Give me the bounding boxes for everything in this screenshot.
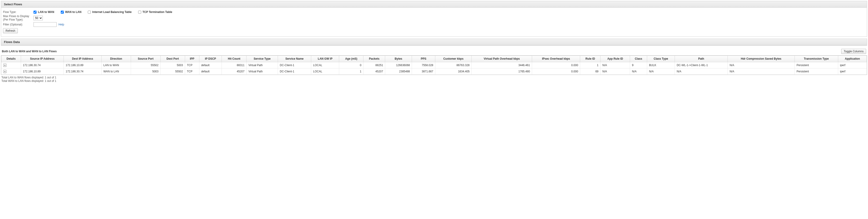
col-header-13[interactable]: Packets — [364, 56, 385, 62]
cell-dst_ip: 172.186.10.89 — [64, 62, 101, 68]
cell-ipsec_oh: 0.000 — [532, 62, 580, 68]
toggle-columns-button[interactable]: Toggle Columns — [841, 49, 866, 54]
col-header-25[interactable]: Transmission Type — [795, 56, 838, 62]
col-header-23[interactable]: Path — [675, 56, 727, 62]
flow-type-checkbox-input-2[interactable] — [88, 11, 91, 13]
col-header-11[interactable]: LAN GW IP — [311, 56, 339, 62]
col-header-15[interactable]: PPS — [412, 56, 435, 62]
cell-rule_id: 1 — [580, 62, 600, 68]
cell-svc_type: Virtual Path — [247, 68, 278, 75]
col-header-5[interactable]: Dest Port — [160, 56, 185, 62]
table-row: +172.186.10.89172.186.30.74WAN to LAN500… — [1, 68, 867, 75]
cell-dst_port: 55502 — [160, 68, 185, 75]
cell-class_type: N/A — [647, 68, 675, 75]
cell-bytes: 126636068 — [385, 62, 412, 68]
col-header-18[interactable]: IPsec Overhead kbps — [532, 56, 580, 62]
col-header-14[interactable]: Bytes — [385, 56, 412, 62]
flows-table-wrap[interactable]: DetailsSource IP AddressDest IP AddressD… — [1, 55, 867, 75]
flow-type-checkbox-input-3[interactable] — [138, 11, 141, 13]
cell-tx_type: Persistent — [795, 62, 838, 68]
expand-row-button[interactable]: + — [3, 70, 6, 73]
col-header-22[interactable]: Class Type — [647, 56, 675, 62]
cell-hdr_comp: N/A — [727, 62, 795, 68]
refresh-row: Refresh — [3, 28, 865, 33]
col-header-20[interactable]: App Rule ID — [600, 56, 630, 62]
flow-type-checkbox-1[interactable]: WAN to LAN — [61, 10, 82, 13]
cell-dscp: default — [199, 62, 222, 68]
cell-path: DC-WL-1->Client-1-WL-1 — [675, 62, 727, 68]
table-header-row: DetailsSource IP AddressDest IP AddressD… — [1, 56, 867, 62]
cell-app_rule: N/A — [600, 62, 630, 68]
col-header-6[interactable]: IPP — [185, 56, 199, 62]
col-header-3[interactable]: Direction — [101, 56, 131, 62]
flow-type-checkbox-3[interactable]: TCP Termination Table — [138, 10, 172, 13]
flow-type-checkbox-input-0[interactable] — [33, 11, 36, 13]
cell-src_port: 55502 — [131, 62, 160, 68]
col-header-7[interactable]: IP DSCP — [199, 56, 222, 62]
cell-ipp: TCP — [185, 62, 199, 68]
cell-svc_type: Virtual Path — [247, 62, 278, 68]
cell-path: N/A — [675, 68, 727, 75]
col-header-21[interactable]: Class — [630, 56, 647, 62]
cell-packets: 88251 — [364, 62, 385, 68]
col-header-8[interactable]: Hit Count — [222, 56, 247, 62]
cell-tx_type: Persistent — [795, 68, 838, 75]
select-flows-panel: Select Flows Flow Type: LAN to WANWAN to… — [1, 1, 867, 37]
flow-type-checkbox-label-2: Internet Load Balancing Table — [92, 10, 131, 13]
cell-app: iperf — [838, 62, 867, 68]
col-header-19[interactable]: Rule ID — [580, 56, 600, 62]
filter-input[interactable] — [33, 22, 57, 27]
flow-type-checkbox-label-1: WAN to LAN — [65, 10, 82, 13]
filter-label: Filter (Optional): — [3, 23, 32, 26]
flows-table: DetailsSource IP AddressDest IP AddressD… — [1, 55, 867, 75]
cell-app_rule: N/A — [600, 68, 630, 75]
col-header-16[interactable]: Customer kbps — [435, 56, 471, 62]
cell-ipp: TCP — [185, 68, 199, 75]
col-header-24[interactable]: Hdr Compression Saved Bytes — [727, 56, 795, 62]
cell-lan_gw: LOCAL — [311, 62, 339, 68]
cell-src_ip: 172.186.30.74 — [21, 62, 64, 68]
max-flows-select[interactable]: 50 — [33, 16, 43, 20]
col-header-9[interactable]: Service Type — [247, 56, 278, 62]
flows-caption-row: Both LAN to WAN and WAN to LAN Flows Tog… — [1, 47, 867, 55]
flow-type-checkbox-label-0: LAN to WAN — [38, 10, 54, 13]
col-header-10[interactable]: Service Name — [278, 56, 311, 62]
col-header-2[interactable]: Dest IP Address — [64, 56, 101, 62]
cell-cust_kbps: 86763.328 — [435, 62, 471, 68]
col-header-4[interactable]: Source Port — [131, 56, 160, 62]
flow-type-checkbox-0[interactable]: LAN to WAN — [33, 10, 54, 13]
expand-row-button[interactable]: + — [3, 63, 6, 67]
cell-src_port: 5003 — [131, 68, 160, 75]
cell-ipsec_oh: 0.000 — [532, 68, 580, 75]
flows-data-header: Flows Data — [1, 39, 867, 45]
cell-hit: 88311 — [222, 62, 247, 68]
cell-svc_name: DC-Client-1 — [278, 62, 311, 68]
cell-direction: WAN to LAN — [101, 68, 131, 75]
cell-cust_kbps: 1634.405 — [435, 68, 471, 75]
cell-rule_id: 69 — [580, 68, 600, 75]
flow-type-checkbox-2[interactable]: Internet Load Balancing Table — [88, 10, 131, 13]
col-header-12[interactable]: Age (mS) — [339, 56, 364, 62]
max-flows-row: Max Flows to Display (Per Flow Type): 50 — [3, 15, 865, 21]
col-header-1[interactable]: Source IP Address — [21, 56, 64, 62]
cell-packets: 45207 — [364, 68, 385, 75]
col-header-26[interactable]: Application — [838, 56, 867, 62]
col-header-0[interactable]: Details — [1, 56, 21, 62]
flow-type-checkbox-group: LAN to WANWAN to LANInternet Load Balanc… — [33, 10, 172, 13]
cell-dscp: default — [199, 68, 222, 75]
flows-data-panel: Flows Data — [1, 38, 867, 46]
col-header-17[interactable]: Virtual Path Overhead kbps — [471, 56, 532, 62]
cell-dst_port: 5003 — [160, 62, 185, 68]
select-flows-header: Select Flows — [1, 1, 867, 8]
footer-notes: Total LAN to WAN flows displayed: 1 out … — [1, 75, 867, 83]
refresh-button[interactable]: Refresh — [3, 28, 18, 33]
flows-caption: Both LAN to WAN and WAN to LAN Flows — [2, 50, 57, 53]
cell-lan_gw: LOCAL — [311, 68, 339, 75]
help-link[interactable]: Help — [58, 23, 64, 26]
cell-age: 0 — [339, 62, 364, 68]
max-flows-label: Max Flows to Display (Per Flow Type): — [3, 15, 32, 21]
cell-pps: 7558.028 — [412, 62, 435, 68]
cell-_expand: + — [1, 62, 21, 68]
flow-type-checkbox-input-1[interactable] — [61, 11, 64, 13]
cell-hdr_comp: N/A — [727, 68, 795, 75]
